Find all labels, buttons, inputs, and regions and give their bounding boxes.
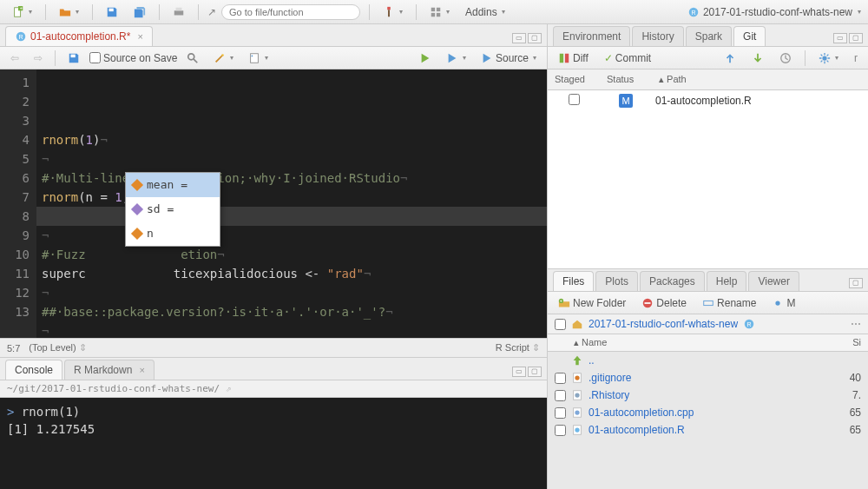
commit-button[interactable]: ✓ Commit: [599, 50, 656, 67]
code-body[interactable]: rnorm(1)¬¬#·Multi-line·autocompletion;·w…: [36, 69, 547, 338]
code-line[interactable]: ¬: [36, 149, 547, 169]
select-all-checkbox[interactable]: [555, 319, 566, 330]
env-tabs: EnvironmentHistorySparkGit ▭ ▢: [548, 24, 868, 47]
forward-button[interactable]: ⇨: [29, 50, 48, 67]
file-name[interactable]: 01-autocompletion.R: [589, 424, 821, 436]
tools-button[interactable]: ▾: [378, 3, 408, 21]
find-button[interactable]: [181, 50, 204, 67]
close-icon[interactable]: ×: [135, 365, 144, 375]
git-header-staged[interactable]: Staged: [548, 72, 600, 87]
minimize-pane-button[interactable]: ▭: [512, 33, 526, 43]
tab-spark[interactable]: Spark: [686, 26, 732, 46]
code-line[interactable]: rnorm(n = 1,¬: [36, 188, 547, 207]
code-line[interactable]: ##·base::package.version?·is·it·a·'.'·or…: [36, 302, 547, 321]
tab-environment[interactable]: Environment: [553, 26, 630, 46]
maximize-pane-button[interactable]: ▢: [528, 367, 542, 377]
report-button[interactable]: ▾: [243, 50, 273, 67]
maximize-pane-button[interactable]: ▢: [849, 33, 863, 43]
tab-files[interactable]: Files: [553, 271, 594, 291]
run-button[interactable]: [414, 50, 437, 67]
code-line[interactable]: ¬: [36, 283, 547, 302]
file-row[interactable]: 01-autocompletion.R65: [548, 421, 868, 439]
autocomplete-item[interactable]: sd =: [126, 197, 220, 221]
print-button[interactable]: [168, 3, 190, 21]
tab-packages[interactable]: Packages: [640, 271, 705, 291]
param-icon: [131, 179, 143, 191]
file-name[interactable]: 01-autocompletion.cpp: [589, 406, 821, 419]
delete-button[interactable]: Delete: [636, 294, 692, 312]
source-tab[interactable]: R 01-autocompletion.R* ×: [5, 26, 153, 46]
scope-selector[interactable]: (Top Level) ⇕: [29, 342, 86, 354]
console-body[interactable]: > rnorm(1)[1] 1.217545: [0, 398, 547, 489]
editor-area[interactable]: 12345678910111213 rnorm(1)¬¬#·Multi-line…: [0, 69, 547, 338]
file-checkbox[interactable]: [555, 425, 566, 436]
code-line[interactable]: #·Multi-line·autocompletion;·why·I·joine…: [36, 169, 547, 188]
goto-input[interactable]: [221, 4, 360, 20]
autocomplete-item[interactable]: n: [126, 221, 220, 246]
minimize-pane-button[interactable]: ▭: [833, 33, 847, 43]
file-name[interactable]: .gitignore: [589, 372, 821, 384]
code-line[interactable]: superc ticexpialidocious <- "rad"¬: [36, 264, 547, 283]
file-row[interactable]: 01-autocompletion.cpp65: [548, 404, 868, 421]
wand-button[interactable]: ▾: [208, 50, 239, 67]
source-on-save-checkbox[interactable]: Source on Save: [89, 52, 177, 64]
save-button[interactable]: [101, 3, 123, 21]
diff-button[interactable]: Diff: [553, 50, 594, 67]
git-row[interactable]: M01-autocompletion.R: [548, 90, 868, 111]
code-line[interactable]: [36, 207, 547, 226]
autocomplete-item[interactable]: mean =: [126, 173, 220, 197]
tab-console[interactable]: Console: [5, 360, 62, 380]
tab-viewer[interactable]: Viewer: [748, 271, 799, 291]
breadcrumb-link[interactable]: 2017-01-rstudio-conf-whats-new: [589, 318, 738, 330]
open-button[interactable]: ▾: [54, 3, 84, 21]
new-file-button[interactable]: + ▾: [7, 3, 37, 21]
git-path: 01-autocompletion.R: [652, 95, 752, 107]
git-header-path[interactable]: ▴ Path: [652, 72, 694, 87]
file-checkbox[interactable]: [555, 407, 566, 419]
tab-help[interactable]: Help: [707, 271, 747, 291]
more-icon[interactable]: ⋯: [851, 318, 861, 330]
git-more-button[interactable]: ▾: [813, 50, 844, 67]
file-checkbox[interactable]: [555, 373, 566, 384]
file-row[interactable]: .Rhistory7.: [548, 387, 868, 404]
new-folder-button[interactable]: +New Folder: [553, 294, 631, 312]
grid-button[interactable]: ▾: [424, 3, 455, 21]
branch-button[interactable]: r: [849, 50, 863, 67]
tab-git[interactable]: Git: [733, 26, 766, 46]
addins-button[interactable]: Addins▾: [460, 3, 510, 21]
file-name[interactable]: .Rhistory: [589, 389, 821, 401]
tab-rmarkdown[interactable]: R Markdown×: [64, 360, 155, 380]
source-script-button[interactable]: Source▾: [476, 50, 542, 67]
stage-checkbox[interactable]: [569, 94, 580, 105]
maximize-pane-button[interactable]: ▢: [528, 33, 542, 43]
updir-row[interactable]: ..: [548, 352, 868, 369]
tab-history[interactable]: History: [632, 26, 683, 46]
history-button[interactable]: [774, 50, 797, 67]
more-button[interactable]: M: [766, 294, 800, 312]
file-row[interactable]: .gitignore40: [548, 369, 868, 387]
save-source-button[interactable]: [62, 50, 85, 67]
project-chip[interactable]: R 2017-01-rstudio-conf-whats-new ▾: [687, 6, 861, 18]
push-button[interactable]: [746, 50, 769, 67]
file-icon: [571, 406, 583, 419]
code-line[interactable]: ¬: [36, 226, 547, 245]
minimize-pane-button[interactable]: ▭: [512, 367, 526, 377]
rename-button[interactable]: Rename: [697, 294, 761, 312]
files-header-name[interactable]: ▴ Name: [548, 334, 833, 351]
pull-button[interactable]: [719, 50, 741, 67]
chevron-down-icon: ▾: [446, 8, 450, 16]
code-line[interactable]: rnorm(1)¬: [36, 130, 547, 149]
files-header-size[interactable]: Si: [833, 334, 868, 351]
git-header-status[interactable]: Status: [600, 72, 652, 87]
maximize-pane-button[interactable]: ▢: [849, 278, 863, 288]
language-selector[interactable]: R Script ⇕: [496, 342, 540, 354]
autocomplete-popup[interactable]: mean =sd =n: [125, 172, 220, 247]
rerun-button[interactable]: ▾: [441, 50, 471, 67]
file-checkbox[interactable]: [555, 390, 566, 401]
tab-plots[interactable]: Plots: [595, 271, 638, 291]
close-icon[interactable]: ×: [134, 31, 142, 42]
save-all-button[interactable]: [128, 3, 151, 21]
code-line[interactable]: ¬: [36, 321, 547, 338]
back-button[interactable]: ⇦: [5, 50, 24, 67]
code-line[interactable]: #·Fuzz etion¬: [36, 245, 547, 264]
